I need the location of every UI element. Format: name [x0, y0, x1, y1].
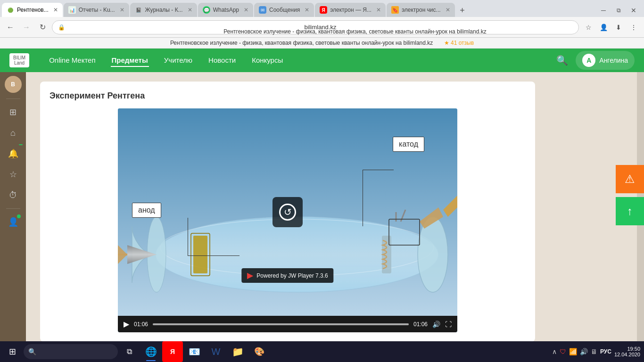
nav-predmety[interactable]: Предметы [111, 54, 149, 67]
fullscreen-button[interactable]: ⛶ [445, 321, 452, 328]
profile-button[interactable]: 👤 [597, 21, 610, 34]
taskbar-photos[interactable]: 🎨 [249, 341, 270, 362]
tab-zhurnaly[interactable]: 📓 Журналы - К... ✕ [130, 3, 197, 17]
tab-yandex[interactable]: Я электрон — Я... ✕ [315, 3, 386, 17]
tab-close-elektroncis[interactable]: ✕ [446, 7, 450, 13]
task-view-button[interactable]: ⧉ [119, 341, 140, 362]
tab-close-zhurnaly[interactable]: ✕ [188, 7, 192, 13]
play-button[interactable]: ▶ [124, 320, 129, 329]
site-nav: BILIM Land Online Мектеп Предметы Учител… [0, 49, 644, 72]
arrow-up-icon-tray[interactable]: ∧ [552, 348, 557, 355]
taskbar-date-value: 12.04.2020 [614, 352, 640, 357]
anod-connector-v [188, 218, 188, 255]
jw-logo: ▶ [247, 271, 253, 280]
back-button[interactable]: ← [4, 21, 17, 34]
antivirus-icon[interactable]: 🛡 [560, 348, 566, 355]
tab-otchety[interactable]: 📊 Отчеты - Ku... ✕ [64, 3, 129, 17]
tab-elektroncis[interactable]: 🔖 электрон чис... ✕ [387, 3, 455, 17]
tab-label-otchety: Отчеты - Ku... [79, 7, 115, 13]
nav-konkursy[interactable]: Конкурсы [251, 54, 284, 67]
video-controls: ▶ 01:06 01:06 🔊 ⛶ [118, 316, 457, 332]
nav-novosti[interactable]: Новости [207, 54, 237, 67]
time-total: 01:06 [413, 321, 428, 328]
tab-label-whatsapp: WhatsApp [213, 7, 239, 13]
user-button[interactable]: А Ангелина [576, 51, 635, 70]
sidebar-user-btn[interactable]: 👤 [4, 213, 23, 231]
taskbar-word[interactable]: W [206, 341, 226, 362]
taskbar-yandex[interactable]: Я [162, 341, 183, 362]
tab-label-soobscheniya: Сообщения [269, 7, 300, 13]
taskbar-mail[interactable]: 📧 [184, 341, 205, 362]
sidebar-bell-btn[interactable]: 🔔 [4, 144, 23, 163]
search-button[interactable]: 🔍 [556, 55, 568, 66]
nav-uchitelyu[interactable]: Учителю [163, 54, 193, 67]
video-wrapper: катод анод ↺ [118, 108, 457, 332]
taskbar-chrome[interactable]: 🌐 [140, 341, 161, 362]
video-container: катод анод ↺ [118, 108, 457, 332]
sidebar-avatar[interactable]: В [5, 76, 22, 93]
tab-close-otchety[interactable]: ✕ [120, 7, 124, 13]
section-title: Эксперимент Рентгена [50, 91, 526, 101]
left-sidebar: В ⊞ ⌂ 🔔 ☆ ⏱ 👤 [0, 72, 26, 341]
scroll-top-button[interactable]: ↑ [616, 197, 644, 225]
taskbar: ⊞ 🔍 ⧉ 🌐 Я 📧 W 📁 🎨 ∧ 🛡 📶 🔊 🖥 РУС 19:50 [0, 341, 644, 362]
browser-toolbar: ← → ↻ 🔒 bilimland.kz ☆ 👤 ⬇ ⋮ Рентгеновск… [0, 17, 644, 38]
tab-label-elektroncis: электрон чис... [402, 7, 441, 13]
sidebar-bell-badge [19, 144, 23, 145]
sidebar-clock-btn[interactable]: ⏱ [4, 186, 23, 205]
arrow-up-icon: ↑ [627, 205, 633, 218]
taskbar-right: ∧ 🛡 📶 🔊 🖥 РУС 19:50 12.04.2020 [552, 346, 642, 357]
refresh-button[interactable]: ↻ [36, 21, 49, 34]
sidebar-grid-btn[interactable]: ⊞ [4, 103, 23, 122]
start-button[interactable]: ⊞ [2, 341, 23, 362]
sidebar-home-btn[interactable]: ⌂ [4, 123, 23, 142]
nav-right: 🔍 А Ангелина [556, 51, 635, 70]
tab-soobscheniya[interactable]: ✉ Сообщения ✕ [254, 3, 314, 17]
tab-close-whatsapp[interactable]: ✕ [244, 7, 248, 13]
keyboard-lang[interactable]: РУС [600, 348, 611, 355]
content-area: В ⊞ ⌂ 🔔 ☆ ⏱ 👤 Эксперимент Рентгена [0, 72, 644, 341]
anod-connector-h [188, 255, 239, 256]
tab-rentgen[interactable]: 🟢 Рентгенов... ✕ [2, 3, 63, 17]
window-close[interactable]: ✕ [627, 4, 640, 17]
right-floating-buttons: ⚠ ↑ [616, 165, 644, 225]
reviews-badge[interactable]: ★ 41 отзыв [444, 40, 474, 46]
menu-button[interactable]: ⋮ [627, 21, 640, 34]
tab-whatsapp[interactable]: 💬 WhatsApp ✕ [198, 3, 253, 17]
replay-button[interactable]: ↺ [272, 197, 303, 227]
progress-bar[interactable] [153, 323, 409, 325]
new-tab-button[interactable]: + [456, 4, 469, 17]
taskbar-files[interactable]: 📁 [227, 341, 248, 362]
label-katod: катод [393, 137, 424, 152]
network-icon[interactable]: 🖥 [591, 348, 597, 355]
site-logo[interactable]: BILIM Land [9, 53, 29, 67]
progress-fill [153, 323, 409, 325]
tab-close-soobscheniya[interactable]: ✕ [305, 7, 309, 13]
task-view-icon: ⧉ [127, 347, 132, 356]
address-bar[interactable]: 🔒 bilimland.kz [52, 20, 579, 34]
toolbar-actions: ☆ 👤 ⬇ ⋮ [582, 21, 640, 34]
svg-point-3 [418, 217, 448, 292]
taskbar-search[interactable]: 🔍 [24, 344, 118, 359]
tab-icon-rentgen: 🟢 [7, 6, 14, 14]
tab-close-rentgen[interactable]: ✕ [53, 7, 58, 13]
alert-float-button[interactable]: ⚠ [616, 165, 644, 193]
tab-icon-soobscheniya: ✉ [259, 6, 266, 14]
window-restore[interactable]: ⧉ [612, 4, 625, 17]
taskbar-system-icons: ∧ 🛡 📶 🔊 🖥 [552, 348, 597, 355]
volume-icon-taskbar[interactable]: 🔊 [580, 348, 588, 355]
forward-button[interactable]: → [20, 21, 33, 34]
tab-close-yandex[interactable]: ✕ [376, 7, 381, 13]
download-button[interactable]: ⬇ [612, 21, 625, 34]
bookmark-button[interactable]: ☆ [582, 21, 595, 34]
nav-online-mektep[interactable]: Online Мектеп [48, 54, 96, 67]
tab-icon-elektroncis: 🔖 [391, 6, 399, 14]
page-content: Эксперимент Рентгена [26, 72, 637, 341]
volume-button[interactable]: 🔊 [432, 321, 440, 328]
wifi-icon[interactable]: 📶 [569, 348, 577, 355]
window-minimize[interactable]: ─ [597, 4, 610, 17]
label-anod: анод [132, 203, 161, 218]
sidebar-star-btn[interactable]: ☆ [4, 165, 23, 184]
logo-line1: BILIM [13, 55, 25, 60]
video-inner[interactable]: катод анод ↺ [118, 108, 457, 316]
